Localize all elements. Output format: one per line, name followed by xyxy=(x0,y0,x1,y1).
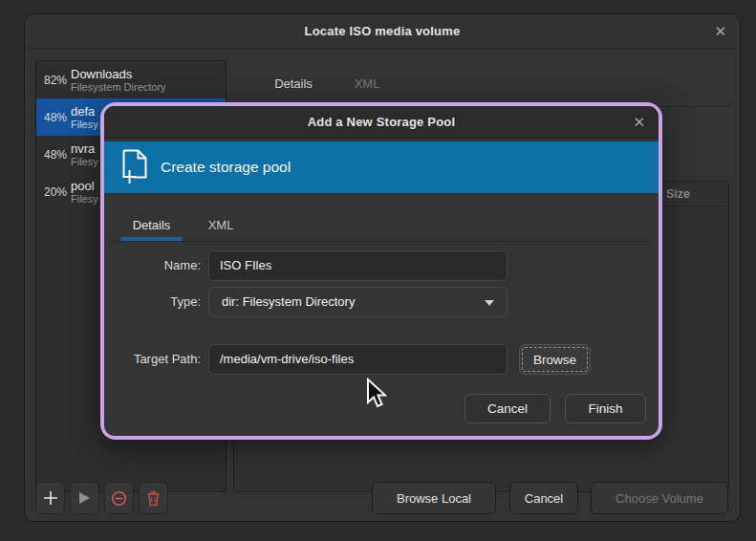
window-title: Locate ISO media volume xyxy=(25,14,740,49)
stop-circle-icon xyxy=(111,490,127,507)
dialog-banner-text: Create storage pool xyxy=(161,159,291,176)
pool-name: Downloads xyxy=(71,67,166,81)
pool-type: Filesy xyxy=(71,156,98,168)
browse-button[interactable]: Browse xyxy=(519,344,591,375)
start-pool-button[interactable] xyxy=(70,482,99,514)
pool-type: Filesy xyxy=(71,119,98,131)
browse-local-button[interactable]: Browse Local xyxy=(372,482,496,514)
dialog-tabbar: Details XML xyxy=(112,209,650,242)
pool-row-downloads[interactable]: 82% Downloads Filesystem Directory xyxy=(36,61,226,98)
mouse-cursor xyxy=(364,378,387,412)
dialog-close-icon[interactable]: ✕ xyxy=(633,106,645,140)
new-document-icon xyxy=(120,149,149,185)
pool-name: pool xyxy=(71,179,98,193)
play-icon xyxy=(78,491,91,505)
pool-type: Filesystem Directory xyxy=(71,81,166,94)
name-input[interactable]: ISO FIles xyxy=(208,250,508,281)
delete-pool-button[interactable] xyxy=(139,482,168,514)
tab-xml[interactable]: XML xyxy=(333,60,401,106)
type-label: Type: xyxy=(111,287,201,317)
dialog-tab-xml[interactable]: XML xyxy=(184,209,257,241)
plus-icon xyxy=(43,490,58,506)
cancel-button[interactable]: Cancel xyxy=(509,482,578,514)
pool-usage-percent: 82% xyxy=(36,74,71,87)
pool-name: defa xyxy=(71,104,98,119)
pool-type: Filesy xyxy=(71,193,98,206)
dialog-finish-button[interactable]: Finish xyxy=(565,394,646,423)
trash-icon xyxy=(146,490,161,507)
pool-usage-percent: 20% xyxy=(36,185,71,199)
target-path-label: Target Path: xyxy=(111,344,201,375)
size-column-header[interactable]: Size xyxy=(666,182,690,206)
dialog-title: Add a New Storage Pool xyxy=(104,106,659,139)
pool-name: nvra xyxy=(71,141,98,156)
tab-details[interactable]: Details xyxy=(256,60,331,106)
target-path-input[interactable]: /media/vm-drive/iso-files xyxy=(208,344,508,375)
chevron-down-icon xyxy=(485,300,494,306)
name-label: Name: xyxy=(111,250,201,281)
active-tab-underline xyxy=(120,237,183,241)
window-titlebar[interactable]: Locate ISO media volume ✕ xyxy=(25,14,740,49)
dialog-cancel-button[interactable]: Cancel xyxy=(464,394,551,423)
add-pool-button[interactable] xyxy=(35,482,65,514)
pool-usage-percent: 48% xyxy=(36,111,71,124)
dialog-banner: Create storage pool xyxy=(104,141,659,193)
choose-volume-button[interactable]: Choose Volume xyxy=(591,482,728,514)
dialog-tab-details[interactable]: Details xyxy=(119,209,184,241)
type-dropdown[interactable]: dir: Filesystem Directory xyxy=(208,287,508,317)
pool-usage-percent: 48% xyxy=(36,148,71,162)
dialog-titlebar[interactable]: Add a New Storage Pool ✕ xyxy=(104,106,659,139)
close-icon[interactable]: ✕ xyxy=(714,14,726,49)
stop-pool-button[interactable] xyxy=(104,482,134,514)
pool-detail-tabbar: Details XML xyxy=(233,60,729,107)
